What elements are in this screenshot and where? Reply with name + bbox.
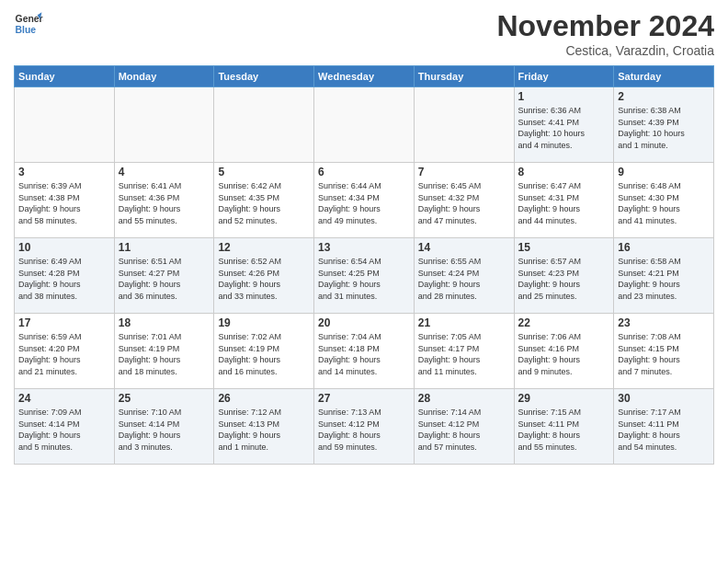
calendar-cell: 6Sunrise: 6:44 AM Sunset: 4:34 PM Daylig… bbox=[314, 163, 415, 238]
day-number: 3 bbox=[18, 166, 110, 178]
calendar-cell: 19Sunrise: 7:02 AM Sunset: 4:19 PM Dayli… bbox=[214, 314, 314, 389]
calendar-cell: 21Sunrise: 7:05 AM Sunset: 4:17 PM Dayli… bbox=[414, 314, 514, 389]
day-info: Sunrise: 7:10 AM Sunset: 4:14 PM Dayligh… bbox=[119, 407, 210, 453]
calendar-cell: 27Sunrise: 7:13 AM Sunset: 4:12 PM Dayli… bbox=[314, 389, 415, 465]
month-title: November 2024 bbox=[496, 9, 714, 43]
calendar-cell: 22Sunrise: 7:06 AM Sunset: 4:16 PM Dayli… bbox=[514, 314, 614, 389]
day-number: 29 bbox=[518, 392, 610, 405]
day-info: Sunrise: 6:47 AM Sunset: 4:31 PM Dayligh… bbox=[518, 180, 610, 226]
day-number: 5 bbox=[218, 166, 310, 178]
calendar-cell: 12Sunrise: 6:52 AM Sunset: 4:26 PM Dayli… bbox=[214, 238, 314, 314]
calendar-cell: 29Sunrise: 7:15 AM Sunset: 4:11 PM Dayli… bbox=[514, 389, 614, 465]
calendar-cell: 25Sunrise: 7:10 AM Sunset: 4:14 PM Dayli… bbox=[114, 389, 214, 465]
day-number: 26 bbox=[218, 392, 310, 405]
day-number: 28 bbox=[418, 392, 510, 405]
day-info: Sunrise: 6:57 AM Sunset: 4:23 PM Dayligh… bbox=[518, 256, 610, 302]
logo-icon: General Blue bbox=[14, 9, 43, 39]
day-number: 2 bbox=[618, 90, 710, 103]
day-info: Sunrise: 7:15 AM Sunset: 4:11 PM Dayligh… bbox=[518, 407, 610, 453]
day-number: 11 bbox=[119, 241, 210, 254]
calendar-cell: 4Sunrise: 6:41 AM Sunset: 4:36 PM Daylig… bbox=[114, 163, 214, 238]
day-info: Sunrise: 7:13 AM Sunset: 4:12 PM Dayligh… bbox=[318, 407, 410, 453]
day-number: 20 bbox=[318, 316, 410, 329]
day-info: Sunrise: 6:44 AM Sunset: 4:34 PM Dayligh… bbox=[318, 180, 410, 226]
day-info: Sunrise: 6:55 AM Sunset: 4:24 PM Dayligh… bbox=[418, 256, 510, 302]
calendar-cell: 17Sunrise: 6:59 AM Sunset: 4:20 PM Dayli… bbox=[15, 314, 115, 389]
day-info: Sunrise: 6:42 AM Sunset: 4:35 PM Dayligh… bbox=[218, 180, 310, 226]
calendar-week-row: 1Sunrise: 6:36 AM Sunset: 4:41 PM Daylig… bbox=[15, 87, 714, 163]
calendar-week-row: 10Sunrise: 6:49 AM Sunset: 4:28 PM Dayli… bbox=[15, 238, 714, 314]
day-info: Sunrise: 7:08 AM Sunset: 4:15 PM Dayligh… bbox=[618, 331, 710, 377]
calendar-week-row: 17Sunrise: 6:59 AM Sunset: 4:20 PM Dayli… bbox=[15, 314, 714, 389]
calendar-cell bbox=[114, 87, 214, 163]
day-number: 8 bbox=[518, 166, 610, 178]
main-container: General Blue November 2024 Cestica, Vara… bbox=[0, 0, 728, 563]
weekday-header: Wednesday bbox=[314, 66, 415, 87]
calendar-cell: 2Sunrise: 6:38 AM Sunset: 4:39 PM Daylig… bbox=[614, 87, 714, 163]
day-number: 27 bbox=[318, 392, 410, 405]
day-number: 15 bbox=[518, 241, 610, 254]
day-info: Sunrise: 6:45 AM Sunset: 4:32 PM Dayligh… bbox=[418, 180, 510, 226]
day-number: 6 bbox=[318, 166, 410, 178]
day-info: Sunrise: 6:58 AM Sunset: 4:21 PM Dayligh… bbox=[618, 256, 710, 302]
location-subtitle: Cestica, Varazdin, Croatia bbox=[496, 43, 714, 58]
day-info: Sunrise: 7:12 AM Sunset: 4:13 PM Dayligh… bbox=[218, 407, 310, 453]
day-info: Sunrise: 6:41 AM Sunset: 4:36 PM Dayligh… bbox=[119, 180, 210, 226]
day-number: 13 bbox=[318, 241, 410, 254]
day-info: Sunrise: 6:38 AM Sunset: 4:39 PM Dayligh… bbox=[618, 105, 710, 151]
weekday-header: Sunday bbox=[15, 66, 115, 87]
calendar-cell: 9Sunrise: 6:48 AM Sunset: 4:30 PM Daylig… bbox=[614, 163, 714, 238]
calendar-cell: 18Sunrise: 7:01 AM Sunset: 4:19 PM Dayli… bbox=[114, 314, 214, 389]
day-info: Sunrise: 6:51 AM Sunset: 4:27 PM Dayligh… bbox=[119, 256, 210, 302]
title-area: November 2024 Cestica, Varazdin, Croatia bbox=[496, 9, 714, 58]
calendar-week-row: 24Sunrise: 7:09 AM Sunset: 4:14 PM Dayli… bbox=[15, 389, 714, 465]
day-info: Sunrise: 7:02 AM Sunset: 4:19 PM Dayligh… bbox=[218, 331, 310, 377]
header: General Blue November 2024 Cestica, Vara… bbox=[14, 9, 714, 58]
day-number: 18 bbox=[119, 316, 210, 329]
calendar-cell bbox=[414, 87, 514, 163]
calendar-cell: 14Sunrise: 6:55 AM Sunset: 4:24 PM Dayli… bbox=[414, 238, 514, 314]
calendar-week-row: 3Sunrise: 6:39 AM Sunset: 4:38 PM Daylig… bbox=[15, 163, 714, 238]
day-info: Sunrise: 7:09 AM Sunset: 4:14 PM Dayligh… bbox=[18, 407, 110, 453]
svg-text:Blue: Blue bbox=[16, 25, 37, 35]
calendar-cell: 16Sunrise: 6:58 AM Sunset: 4:21 PM Dayli… bbox=[614, 238, 714, 314]
calendar-cell: 30Sunrise: 7:17 AM Sunset: 4:11 PM Dayli… bbox=[614, 389, 714, 465]
day-number: 16 bbox=[618, 241, 710, 254]
day-info: Sunrise: 6:59 AM Sunset: 4:20 PM Dayligh… bbox=[18, 331, 110, 377]
day-info: Sunrise: 6:39 AM Sunset: 4:38 PM Dayligh… bbox=[18, 180, 110, 226]
calendar-cell: 8Sunrise: 6:47 AM Sunset: 4:31 PM Daylig… bbox=[514, 163, 614, 238]
day-number: 17 bbox=[18, 316, 110, 329]
calendar-cell: 1Sunrise: 6:36 AM Sunset: 4:41 PM Daylig… bbox=[514, 87, 614, 163]
calendar-table: SundayMondayTuesdayWednesdayThursdayFrid… bbox=[14, 65, 714, 465]
day-number: 30 bbox=[618, 392, 710, 405]
weekday-header: Monday bbox=[114, 66, 214, 87]
calendar-cell: 24Sunrise: 7:09 AM Sunset: 4:14 PM Dayli… bbox=[15, 389, 115, 465]
day-number: 9 bbox=[618, 166, 710, 178]
calendar-cell bbox=[314, 87, 415, 163]
day-number: 7 bbox=[418, 166, 510, 178]
calendar-cell bbox=[214, 87, 314, 163]
day-number: 21 bbox=[418, 316, 510, 329]
calendar-cell: 11Sunrise: 6:51 AM Sunset: 4:27 PM Dayli… bbox=[114, 238, 214, 314]
calendar-cell: 26Sunrise: 7:12 AM Sunset: 4:13 PM Dayli… bbox=[214, 389, 314, 465]
day-info: Sunrise: 7:01 AM Sunset: 4:19 PM Dayligh… bbox=[119, 331, 210, 377]
weekday-header: Friday bbox=[514, 66, 614, 87]
calendar-cell: 13Sunrise: 6:54 AM Sunset: 4:25 PM Dayli… bbox=[314, 238, 415, 314]
logo: General Blue bbox=[14, 9, 43, 39]
calendar-cell: 15Sunrise: 6:57 AM Sunset: 4:23 PM Dayli… bbox=[514, 238, 614, 314]
weekday-header: Tuesday bbox=[214, 66, 314, 87]
day-info: Sunrise: 7:14 AM Sunset: 4:12 PM Dayligh… bbox=[418, 407, 510, 453]
day-number: 19 bbox=[218, 316, 310, 329]
weekday-header: Saturday bbox=[614, 66, 714, 87]
day-info: Sunrise: 7:04 AM Sunset: 4:18 PM Dayligh… bbox=[318, 331, 410, 377]
calendar-cell: 10Sunrise: 6:49 AM Sunset: 4:28 PM Dayli… bbox=[15, 238, 115, 314]
day-number: 1 bbox=[518, 90, 610, 103]
calendar-cell: 5Sunrise: 6:42 AM Sunset: 4:35 PM Daylig… bbox=[214, 163, 314, 238]
day-info: Sunrise: 6:48 AM Sunset: 4:30 PM Dayligh… bbox=[618, 180, 710, 226]
day-info: Sunrise: 6:52 AM Sunset: 4:26 PM Dayligh… bbox=[218, 256, 310, 302]
day-info: Sunrise: 7:17 AM Sunset: 4:11 PM Dayligh… bbox=[618, 407, 710, 453]
day-info: Sunrise: 6:36 AM Sunset: 4:41 PM Dayligh… bbox=[518, 105, 610, 151]
day-number: 24 bbox=[18, 392, 110, 405]
calendar-cell: 7Sunrise: 6:45 AM Sunset: 4:32 PM Daylig… bbox=[414, 163, 514, 238]
day-number: 23 bbox=[618, 316, 710, 329]
